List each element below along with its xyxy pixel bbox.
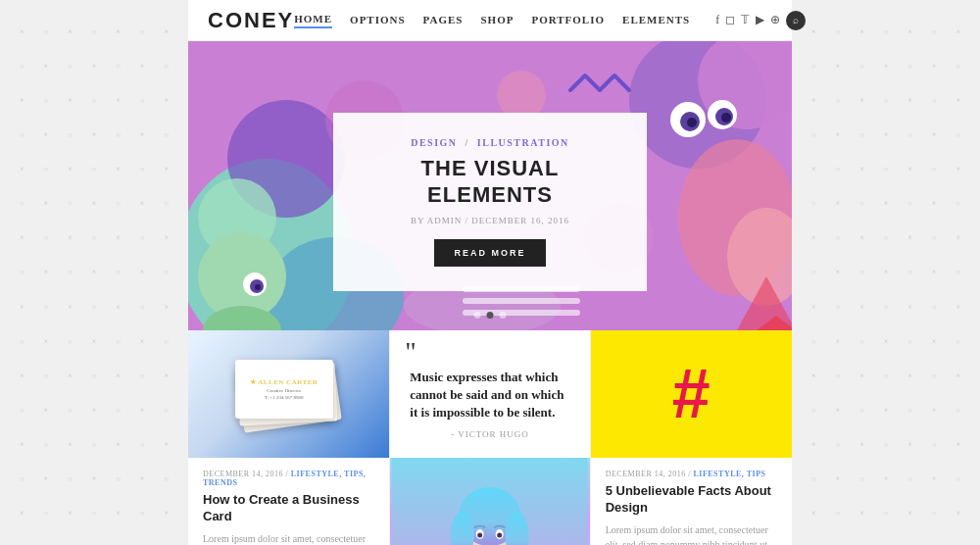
dot-cell: × (58, 83, 82, 118)
svg-point-25 (255, 284, 261, 290)
blog-card-2-bottom-image (390, 458, 589, 545)
dot-cell: × (874, 49, 899, 83)
blog-card-1-content: DECEMBER 14, 2016 / LIFESTYLE, TIPS, TRE… (188, 458, 389, 545)
main-nav: HOME OPTIONS PAGES SHOP PORTFOLIO ELEMEN… (294, 11, 806, 30)
dot-cell: ○ (874, 83, 899, 118)
dot-cell: × (802, 221, 826, 255)
dot-cell: × (130, 186, 155, 221)
blog-card-3-title[interactable]: 5 Unbelievable Facts About Design (606, 483, 777, 517)
dot-cell: ○ (106, 255, 130, 289)
dot-cell: × (826, 255, 851, 289)
facebook-icon[interactable]: f (715, 13, 719, 27)
hero-read-more-button[interactable]: READ MORE (434, 239, 545, 267)
dot-cell: × (154, 290, 178, 324)
dot-cell: × (922, 186, 947, 221)
slider-dot-1[interactable] (474, 312, 481, 319)
twitter-icon[interactable]: 𝕋 (741, 13, 750, 27)
dot-cell: ○ (898, 255, 922, 289)
slider-dot-3[interactable] (500, 312, 507, 319)
instagram-icon[interactable]: ◻ (725, 13, 735, 27)
dot-cell: × (850, 221, 874, 255)
dot-cell: ○ (826, 15, 851, 49)
dot-cell: × (34, 462, 59, 496)
dot-cell: × (874, 186, 899, 221)
nav-shop[interactable]: SHOP (480, 14, 514, 27)
dot-cell: × (154, 15, 178, 49)
dot-cell: ○ (106, 324, 130, 359)
business-card-visual: ★ ALLEN CARTER Creative Director T: +1 2… (230, 360, 348, 428)
dot-cell: × (106, 152, 130, 186)
nav-elements[interactable]: ELEMENTS (622, 14, 690, 27)
svg-rect-17 (463, 298, 580, 304)
dot-cell: × (946, 290, 970, 324)
dot-cell: ○ (826, 152, 851, 186)
dot-cell: ○ (922, 152, 947, 186)
dot-cell: ○ (106, 49, 130, 83)
hero-categories: DESIGN / ILLUSTRATION (372, 137, 608, 148)
dot-cell: × (922, 462, 947, 496)
dot-cell: ○ (10, 118, 34, 152)
dot-cell: ○ (850, 324, 874, 359)
dot-cell: ○ (154, 255, 178, 289)
main-content: CONEY HOME OPTIONS PAGES SHOP PORTFOLIO … (188, 0, 792, 545)
hero-cat-2: ILLUSTRATION (477, 137, 569, 148)
dot-cell: ○ (874, 290, 899, 324)
slider-dot-2[interactable] (487, 312, 494, 319)
dot-cell: ○ (898, 324, 922, 359)
dot-cell: × (946, 496, 970, 530)
dot-cell: × (58, 221, 82, 255)
dot-cell: ○ (34, 359, 59, 393)
dot-cell: ○ (10, 186, 34, 221)
dot-cell: × (58, 359, 82, 393)
blog-card-2-image: " Music expresses that which cannot be s… (390, 330, 589, 458)
dot-cell: × (10, 496, 34, 530)
dot-cell: × (130, 324, 155, 359)
dot-cell: ○ (130, 83, 155, 118)
dot-cell: × (946, 152, 970, 186)
vimeo-icon[interactable]: ▶ (756, 13, 764, 27)
dot-cell: × (106, 15, 130, 49)
dot-cell: × (874, 255, 899, 289)
slider-dots (474, 312, 507, 319)
dot-cell: ○ (10, 393, 34, 427)
blog-card-1-title[interactable]: How to Create a Business Card (203, 492, 374, 525)
dot-cell: ○ (922, 221, 947, 255)
dot-cell: × (82, 186, 107, 221)
nav-pages[interactable]: PAGES (423, 14, 464, 27)
blog-card-3-content: DECEMBER 14, 2016 / LIFESTYLE, TIPS 5 Un… (591, 458, 792, 545)
site-logo[interactable]: CONEY (208, 8, 294, 33)
dot-cell: × (898, 290, 922, 324)
dot-cell: ○ (82, 15, 107, 49)
dot-cell: ○ (946, 462, 970, 496)
nav-portfolio[interactable]: PORTFOLIO (531, 14, 605, 27)
dot-cell: ○ (82, 221, 107, 255)
dot-cell: × (802, 496, 826, 530)
nav-home[interactable]: HOME (294, 13, 332, 28)
dot-cell: ○ (154, 186, 178, 221)
dot-cell: ○ (922, 496, 947, 530)
dot-cell: ○ (826, 359, 851, 393)
dot-cell: × (154, 427, 178, 462)
dot-cell: × (154, 83, 178, 118)
dot-cell: ○ (898, 393, 922, 427)
blog-card-1-date: DECEMBER 14, 2016 / LIFESTYLE, TIPS, TRE… (203, 470, 374, 487)
dot-cell: × (106, 427, 130, 462)
dot-cell: × (82, 118, 107, 152)
rss-icon[interactable]: ⊕ (770, 13, 780, 27)
dot-cell: × (10, 427, 34, 462)
dot-cell: ○ (10, 324, 34, 359)
dot-cell: × (10, 359, 34, 393)
dot-cell: ○ (58, 118, 82, 152)
nav-options[interactable]: OPTIONS (350, 14, 406, 27)
hashtag-symbol: # (672, 360, 710, 428)
dot-cell: ○ (58, 393, 82, 427)
search-button[interactable]: ⌕ (786, 11, 806, 30)
svg-point-39 (477, 533, 482, 538)
dot-cell: × (82, 462, 107, 496)
dot-cell: ○ (130, 427, 155, 462)
svg-point-40 (497, 533, 502, 538)
dot-cell: × (874, 118, 899, 152)
dot-cell: × (154, 496, 178, 530)
dot-cell: × (34, 393, 59, 427)
background-dots-left: ×○×○×○×○×○×○×○×○×○×○×○×○×○×○×○×○×○×○×○×○… (0, 0, 188, 545)
